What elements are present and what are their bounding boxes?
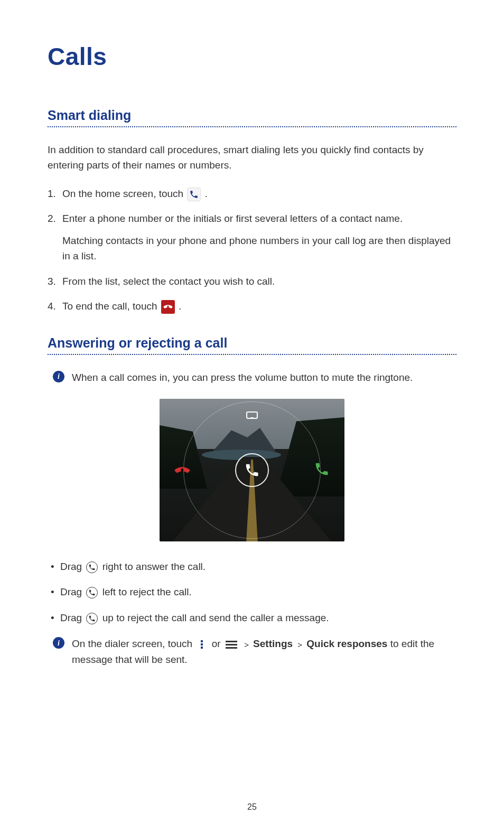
- info-note-text: On the dialer screen, touch or > Setting…: [72, 636, 456, 667]
- drag-right-text: right to answer the call.: [102, 561, 206, 572]
- page-number: 25: [0, 802, 504, 812]
- drag-pre: Drag: [60, 561, 85, 572]
- section-divider: [48, 354, 456, 355]
- step-2-text-b: Matching contacts in your phone and phon…: [62, 233, 456, 264]
- hamburger-menu-icon: [226, 639, 237, 650]
- drag-up-item: Drag up to reject the call and send the …: [48, 611, 456, 626]
- step-1-text-b: .: [205, 188, 208, 199]
- drag-right-item: Drag right to answer the call.: [48, 559, 456, 575]
- section-divider: [48, 126, 456, 127]
- step-4-text-b: .: [179, 301, 181, 312]
- drag-handle-button: [235, 453, 269, 487]
- document-page: Calls Smart dialing In addition to stand…: [0, 0, 504, 833]
- step-2-text-a: Enter a phone number or the initials or …: [62, 213, 403, 224]
- drag-left-text: left to reject the call.: [102, 586, 192, 597]
- breadcrumb-separator: >: [297, 640, 304, 649]
- step-1-text-a: On the home screen, touch: [62, 188, 186, 199]
- reject-call-icon: [174, 461, 190, 479]
- dialer-icon: [187, 188, 201, 201]
- section-heading-answering: Answering or rejecting a call: [48, 335, 456, 351]
- settings-label: Settings: [253, 638, 293, 649]
- drag-pre: Drag: [60, 586, 85, 597]
- step-2: Enter a phone number or the initials or …: [48, 211, 456, 264]
- smart-dialing-steps: On the home screen, touch . Enter a phon…: [48, 186, 456, 314]
- smart-dialing-intro: In addition to standard call procedures,…: [48, 142, 456, 173]
- page-title: Calls: [48, 42, 456, 71]
- phone-circle-icon: [86, 561, 98, 573]
- breadcrumb-separator: >: [244, 640, 251, 649]
- info-note-text: When a call comes in, you can press the …: [72, 370, 413, 385]
- quick-responses-label: Quick responses: [306, 638, 387, 649]
- step-3: From the list, select the contact you wi…: [48, 274, 456, 289]
- phone-circle-icon: [86, 587, 98, 598]
- answer-call-icon: [314, 461, 330, 479]
- info-note-mute: i When a call comes in, you can press th…: [48, 370, 456, 385]
- step-4-text-a: To end the call, touch: [62, 301, 160, 312]
- drag-instructions: Drag right to answer the call. Drag left…: [48, 559, 456, 626]
- note2-a: On the dialer screen, touch: [72, 638, 195, 649]
- drag-up-text: up to reject the call and send the calle…: [102, 612, 329, 623]
- overflow-menu-icon: [198, 639, 206, 650]
- incoming-call-screenshot: [160, 399, 344, 541]
- info-icon: i: [53, 371, 64, 382]
- info-note-quick-responses: i On the dialer screen, touch or > Setti…: [48, 636, 456, 667]
- end-call-icon: [161, 300, 175, 314]
- drag-pre: Drag: [60, 612, 85, 623]
- info-icon: i: [53, 637, 64, 649]
- note2-or: or: [212, 638, 223, 649]
- drag-left-item: Drag left to reject the call.: [48, 585, 456, 600]
- phone-circle-icon: [86, 613, 98, 624]
- section-heading-smart-dialing: Smart dialing: [48, 108, 456, 123]
- step-4: To end the call, touch .: [48, 298, 456, 314]
- step-1: On the home screen, touch .: [48, 186, 456, 201]
- message-icon: [246, 411, 258, 419]
